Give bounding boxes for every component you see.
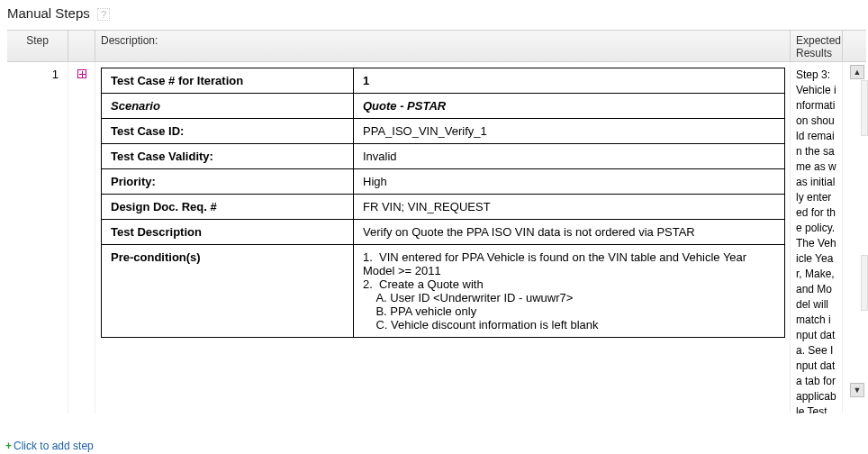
scroll-up-button[interactable]: ▲ [850, 65, 864, 79]
step-number[interactable]: 1 [7, 62, 68, 413]
label-priority: Priority: [102, 169, 354, 195]
expand-icon [77, 69, 86, 78]
col-header-expected[interactable]: Expected Results [791, 31, 843, 61]
value-scenario: Quote - PSTAR [354, 94, 785, 119]
table-row: Test Case Validity: Invalid [102, 144, 785, 169]
value-test-case-id: PPA_ISO_VIN_Verify_1 [354, 119, 785, 144]
step-expand-toggle[interactable] [68, 62, 95, 413]
value-test-description: Verify on Quote the PPA ISO VIN data is … [354, 220, 785, 245]
steps-grid: Step Description: Expected Results 1 Tes… [7, 30, 866, 413]
scroll-down-button[interactable]: ▼ [850, 383, 864, 397]
col-header-spacer [68, 31, 95, 61]
label-test-case-id: Test Case ID: [102, 119, 354, 144]
label-design-req: Design Doc. Req. # [102, 195, 354, 220]
step-description-cell[interactable]: Test Case # for Iteration 1 Scenario Quo… [95, 62, 791, 413]
plus-icon: + [5, 440, 12, 452]
table-row: Scenario Quote - PSTAR [102, 94, 785, 119]
table-row: Test Case # for Iteration 1 [102, 68, 785, 94]
table-row: Design Doc. Req. # FR VIN; VIN_REQUEST [102, 195, 785, 220]
col-header-description[interactable]: Description: [95, 31, 791, 61]
col-header-step[interactable]: Step [7, 31, 68, 61]
label-scenario: Scenario [102, 94, 354, 119]
table-row: Test Description Verify on Quote the PPA… [102, 220, 785, 245]
grid-header-row: Step Description: Expected Results [7, 30, 866, 62]
label-test-description: Test Description [102, 220, 354, 245]
value-design-req: FR VIN; VIN_REQUEST [354, 195, 785, 220]
side-panel-stub [861, 255, 868, 311]
help-icon[interactable]: ? [97, 8, 110, 21]
label-preconditions: Pre-condition(s) [102, 245, 354, 338]
side-panel-stub [861, 80, 868, 136]
table-row: Test Case ID: PPA_ISO_VIN_Verify_1 [102, 119, 785, 144]
table-row: Pre-condition(s) 1. VIN entered for PPA … [102, 245, 785, 338]
grid-body-row: 1 Test Case # for Iteration 1 Scenario Q… [7, 62, 866, 413]
step-expected-cell[interactable]: Step 3: Vehicle information should remai… [791, 62, 843, 413]
test-case-table: Test Case # for Iteration 1 Scenario Quo… [101, 68, 785, 338]
section-title-text: Manual Steps [7, 5, 90, 21]
label-validity: Test Case Validity: [102, 144, 354, 169]
value-validity: Invalid [354, 144, 785, 169]
value-preconditions: 1. VIN entered for PPA Vehicle is found … [363, 250, 775, 331]
label-test-case-iteration: Test Case # for Iteration [102, 68, 354, 94]
value-test-case-iteration: 1 [363, 74, 369, 87]
add-step-label: Click to add step [14, 440, 94, 452]
add-step-link[interactable]: +Click to add step [5, 440, 94, 452]
table-row: Priority: High [102, 169, 785, 195]
value-priority: High [354, 169, 785, 195]
section-title: Manual Steps ? [0, 0, 868, 30]
